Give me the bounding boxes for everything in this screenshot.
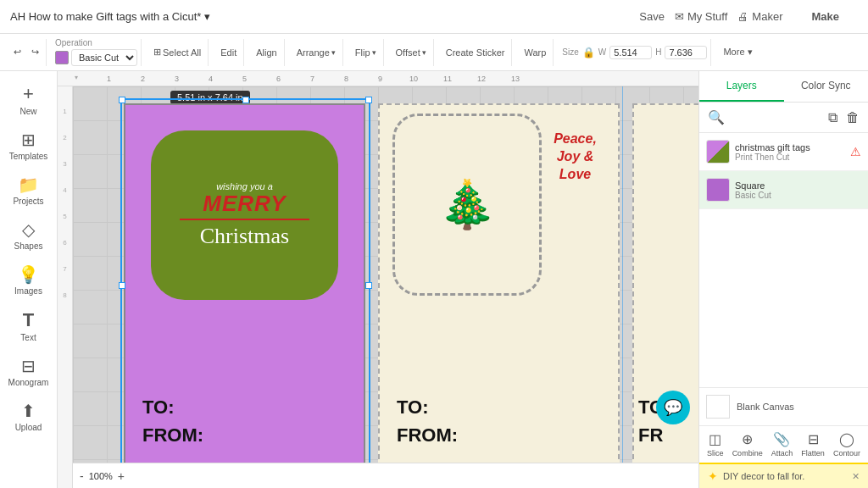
projects-icon: 📁 bbox=[18, 175, 39, 195]
sidebar-item-monogram[interactable]: ⊟ Monogram bbox=[4, 351, 53, 392]
gift-tag-purple[interactable]: wishing you a MERRY Christmas TO: FROM: bbox=[124, 103, 365, 463]
offset-button[interactable]: Offset ▾ bbox=[392, 46, 430, 59]
search-button[interactable]: 🔍 bbox=[706, 108, 726, 127]
sidebar-item-label-monogram: Monogram bbox=[8, 378, 49, 387]
flip-group: Flip ▾ bbox=[348, 39, 384, 66]
panel-tabs: Layers Color Sync bbox=[699, 71, 868, 103]
merry-text: MERRY bbox=[203, 191, 286, 216]
create-sticker-group: Create Sticker bbox=[439, 39, 513, 66]
zoom-in-button[interactable]: + bbox=[118, 469, 125, 483]
sidebar-item-templates[interactable]: ⊞ Templates bbox=[4, 125, 53, 166]
document-title: AH How to make Gift tags with a Cicut* ▾ bbox=[10, 10, 210, 23]
layer-info-gift-tags: christmas gift tags Print Then Cut bbox=[735, 142, 845, 162]
operation-select[interactable]: Basic Cut bbox=[71, 49, 137, 66]
purple-to: TO: bbox=[142, 393, 203, 421]
operation-color-swatch[interactable] bbox=[55, 51, 69, 64]
create-sticker-button[interactable]: Create Sticker bbox=[442, 46, 509, 59]
tab-layers[interactable]: Layers bbox=[699, 71, 784, 102]
my-stuff-button[interactable]: ✉ My Stuff bbox=[675, 10, 727, 23]
width-input[interactable] bbox=[609, 46, 652, 59]
sidebar-item-label-projects: Projects bbox=[13, 197, 43, 206]
combine-icon: ⊕ bbox=[742, 431, 753, 447]
layer-thumb-gift-tags bbox=[706, 140, 730, 164]
ruler-top: ▾ 1 2 3 4 5 6 7 8 9 10 11 12 13 bbox=[58, 71, 698, 86]
diy-close-button[interactable]: ✕ bbox=[852, 471, 860, 482]
chat-bubble[interactable]: 💬 bbox=[656, 391, 690, 424]
layer-warning-icon: ⚠ bbox=[850, 145, 861, 158]
slice-button[interactable]: ◫ Slice bbox=[707, 431, 724, 458]
diy-text: DIY decor to fall for. bbox=[723, 471, 804, 481]
combine-button[interactable]: ⊕ Combine bbox=[732, 431, 763, 458]
layer-thumb-square bbox=[706, 178, 730, 202]
my-stuff-icon: ✉ bbox=[675, 10, 684, 23]
blank-canvas-row: Blank Canvas bbox=[699, 387, 868, 425]
zoom-out-button[interactable]: - bbox=[80, 469, 84, 483]
canvas-area[interactable]: ▾ 1 2 3 4 5 6 7 8 9 10 11 12 13 1 2 3 bbox=[58, 71, 698, 488]
sidebar-item-upload[interactable]: ⬆ Upload bbox=[4, 396, 53, 437]
sidebar-item-shapes[interactable]: ◇ Shapes bbox=[4, 214, 53, 256]
flatten-button[interactable]: ⊟ Flatten bbox=[801, 431, 825, 458]
templates-icon: ⊞ bbox=[21, 130, 36, 150]
redo-button[interactable]: ↪ bbox=[28, 45, 42, 59]
undo-button[interactable]: ↩ bbox=[10, 45, 25, 59]
align-button[interactable]: Align bbox=[253, 46, 280, 59]
cream-to: TO: bbox=[397, 393, 458, 421]
right-panel: Layers Color Sync 🔍 ⧉ 🗑 christmas gift t… bbox=[698, 71, 868, 488]
delete-layer-button[interactable]: 🗑 bbox=[844, 108, 861, 127]
make-button[interactable]: Make bbox=[793, 4, 858, 29]
joy-text: Joy & bbox=[539, 148, 611, 166]
new-icon: + bbox=[23, 83, 34, 105]
monogram-icon: ⊟ bbox=[21, 356, 36, 376]
sidebar-item-projects[interactable]: 📁 Projects bbox=[4, 169, 53, 211]
align-group: Align bbox=[249, 39, 284, 66]
edit-button[interactable]: Edit bbox=[217, 46, 240, 59]
title-dropdown-icon[interactable]: ▾ bbox=[204, 10, 210, 23]
sidebar-item-images[interactable]: 💡 Images bbox=[4, 259, 53, 301]
sidebar-item-text[interactable]: T Text bbox=[4, 304, 53, 347]
attach-button[interactable]: 📎 Attach bbox=[771, 431, 793, 458]
slice-icon: ◫ bbox=[709, 431, 721, 447]
select-all-group: ⊞ Select All bbox=[147, 39, 209, 66]
left-sidebar: + New ⊞ Templates 📁 Projects ◇ Shapes 💡 … bbox=[0, 71, 58, 488]
merry-divider bbox=[180, 219, 309, 220]
chat-icon: 💬 bbox=[664, 398, 682, 417]
more-group: More ▾ bbox=[716, 39, 759, 66]
copy-layer-button[interactable]: ⧉ bbox=[826, 108, 839, 127]
sidebar-item-label-templates: Templates bbox=[9, 152, 48, 161]
operation-group: Operation Basic Cut bbox=[52, 39, 142, 66]
wishing-text: wishing you a bbox=[216, 181, 273, 191]
title-text: AH How to make Gift tags with a Cicut* bbox=[10, 10, 201, 23]
layers-list: christmas gift tags Print Then Cut ⚠ Squ… bbox=[699, 133, 868, 260]
height-input[interactable] bbox=[665, 46, 707, 59]
love-text: Love bbox=[539, 166, 611, 184]
purple-badge: wishing you a MERRY Christmas bbox=[151, 130, 338, 300]
tab-color-sync[interactable]: Color Sync bbox=[784, 71, 869, 102]
title-bar: AH How to make Gift tags with a Cicut* ▾… bbox=[0, 0, 868, 34]
canvas-content[interactable]: 5.51 in x 7.64 in wishing you a MERRY Ch… bbox=[73, 86, 698, 463]
select-all-button[interactable]: ⊞ Select All bbox=[150, 45, 204, 59]
peace-text-block: Peace, Joy & Love bbox=[539, 130, 611, 183]
zoom-level: 100% bbox=[89, 471, 113, 481]
ornament-icon: 🎄 bbox=[438, 177, 497, 232]
partial-from: FR bbox=[638, 421, 664, 449]
arrange-button[interactable]: Arrange ▾ bbox=[293, 46, 339, 59]
more-button[interactable]: More ▾ bbox=[720, 45, 755, 59]
layer-sub-gift-tags: Print Then Cut bbox=[735, 152, 845, 162]
lock-icon[interactable]: 🔒 bbox=[582, 47, 595, 58]
gift-tag-cream[interactable]: 🎄 Peace, Joy & Love TO: FROM: bbox=[378, 103, 620, 463]
sidebar-item-new[interactable]: + New bbox=[4, 78, 53, 121]
purple-to-from: TO: FROM: bbox=[142, 393, 203, 449]
layer-square[interactable]: Square Basic Cut bbox=[699, 171, 868, 209]
save-button[interactable]: Save bbox=[639, 10, 665, 23]
maker-button[interactable]: 🖨 Maker bbox=[737, 10, 782, 23]
peace-text: Peace, bbox=[539, 130, 611, 148]
warp-button[interactable]: Warp bbox=[520, 46, 549, 59]
layer-christmas-gift-tags[interactable]: christmas gift tags Print Then Cut ⚠ bbox=[699, 133, 868, 171]
contour-button[interactable]: ◯ Contour bbox=[833, 431, 860, 458]
panel-toolbar: 🔍 ⧉ 🗑 bbox=[699, 103, 868, 133]
cream-to-from: TO: FROM: bbox=[397, 393, 458, 449]
size-group: Size 🔒 W H bbox=[559, 39, 711, 66]
shapes-icon: ◇ bbox=[22, 219, 35, 240]
flip-button[interactable]: Flip ▾ bbox=[352, 46, 380, 59]
christmas-text: Christmas bbox=[200, 224, 289, 249]
